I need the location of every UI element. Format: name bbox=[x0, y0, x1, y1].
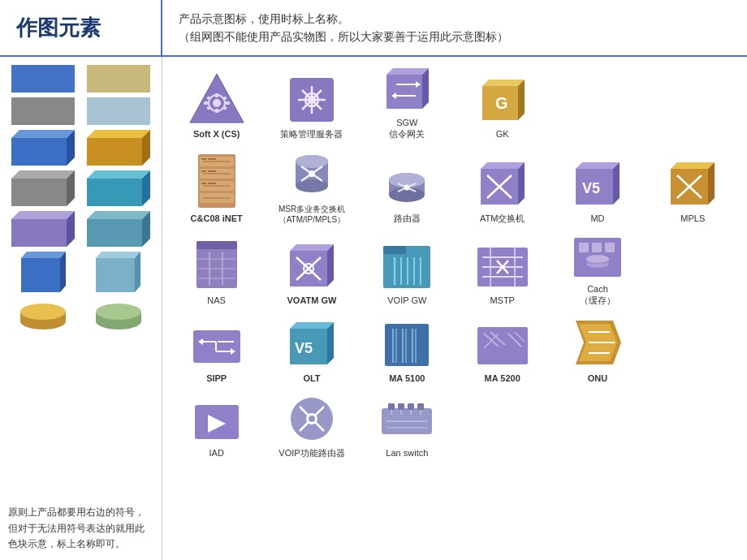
cach-icon bbox=[571, 235, 624, 280]
softx-icon bbox=[188, 72, 245, 125]
svg-marker-102 bbox=[671, 162, 715, 169]
svg-marker-94 bbox=[518, 162, 525, 205]
svg-marker-99 bbox=[613, 162, 620, 205]
empty-3 bbox=[647, 235, 739, 307]
svg-rect-73 bbox=[208, 158, 216, 160]
ma5200-label: MA 5200 bbox=[485, 373, 520, 384]
svg-rect-37 bbox=[215, 93, 218, 97]
svg-rect-181 bbox=[417, 403, 424, 410]
cach-item: Cach（缓存） bbox=[551, 235, 643, 307]
sgw-item: SGW信令网关 bbox=[361, 63, 453, 140]
onu-icon bbox=[571, 316, 624, 369]
ma5200-icon bbox=[474, 321, 531, 369]
svg-rect-179 bbox=[398, 403, 404, 410]
svg-rect-135 bbox=[579, 243, 589, 252]
color-row-6 bbox=[8, 252, 153, 292]
svg-marker-23 bbox=[21, 252, 66, 258]
gray-3d-box bbox=[11, 170, 75, 206]
empty-7 bbox=[647, 394, 739, 459]
cyan-3d-box bbox=[87, 170, 150, 206]
svg-point-81 bbox=[296, 155, 328, 168]
svg-rect-107 bbox=[196, 241, 237, 249]
cach-label: Cach（缓存） bbox=[580, 283, 615, 307]
svg-marker-17 bbox=[11, 211, 75, 219]
voip-gw-label: VOIP GW bbox=[387, 295, 426, 306]
svg-marker-7 bbox=[87, 138, 142, 166]
voip-router-label: VOIP功能路由器 bbox=[279, 447, 344, 459]
msr-icon bbox=[287, 150, 337, 200]
msr-item: MSR多业务交换机（ATM/IP/MPLS） bbox=[266, 150, 357, 225]
svg-rect-39 bbox=[226, 101, 230, 105]
color-row-1 bbox=[8, 65, 153, 93]
iad-item: IAD bbox=[171, 394, 262, 459]
header-description: 产品示意图标，使用时标上名称。 （组网图不能使用产品实物图，所以大家要善于运用此… bbox=[162, 0, 525, 55]
svg-rect-72 bbox=[201, 158, 206, 160]
cc08-label: C&C08 iNET bbox=[191, 213, 243, 224]
cc08-icon bbox=[192, 153, 242, 209]
svg-rect-1 bbox=[87, 65, 150, 93]
sipp-item: SIPP bbox=[171, 316, 262, 384]
lan-switch-item: Lan switch bbox=[361, 394, 453, 459]
svg-rect-120 bbox=[383, 246, 406, 254]
gk-item: G GK bbox=[456, 63, 548, 140]
svg-rect-76 bbox=[201, 183, 206, 184]
lan-switch-icon bbox=[378, 398, 435, 444]
page-title: 作图元素 bbox=[0, 0, 162, 55]
lightblue-flat-box bbox=[87, 97, 150, 125]
blue-flat-box bbox=[11, 65, 75, 93]
svg-marker-13 bbox=[87, 179, 142, 206]
svg-marker-16 bbox=[11, 219, 67, 247]
left-panel-description: 原则上产品都要用右边的符号，但对于无法用符号表达的就用此色块示意，标上名称即可。 bbox=[8, 495, 153, 552]
softx-item: Soft X (CS) bbox=[171, 63, 262, 140]
svg-marker-60 bbox=[482, 80, 525, 86]
voip-router-item: VOIP功能路由器 bbox=[266, 394, 357, 459]
olt-label: OLT bbox=[303, 373, 320, 384]
nas-label: NAS bbox=[207, 295, 226, 306]
icons-grid: Soft X (CS) 策略管理服务器 bbox=[171, 63, 739, 459]
svg-marker-26 bbox=[96, 252, 140, 258]
svg-text:G: G bbox=[495, 94, 508, 112]
gk-icon: G bbox=[477, 75, 528, 125]
left-panel: 原则上产品都要用右边的符号，但对于无法用符号表达的就用此色块示意，标上名称即可。 bbox=[0, 57, 162, 560]
atm-item: ATM交换机 bbox=[456, 150, 548, 225]
svg-rect-38 bbox=[215, 109, 218, 113]
svg-point-36 bbox=[213, 99, 221, 107]
svg-point-33 bbox=[96, 304, 141, 320]
ma5200-item: MA 5200 bbox=[456, 316, 548, 384]
md-icon: V5 bbox=[571, 156, 624, 209]
svg-marker-93 bbox=[481, 162, 525, 169]
onu-label: ONU bbox=[588, 373, 607, 384]
router-label: 路由器 bbox=[394, 213, 421, 224]
header: 作图元素 产品示意图标，使用时标上名称。 （组网图不能使用产品实物图，所以大家要… bbox=[0, 0, 747, 57]
gray-flat-box bbox=[11, 97, 75, 125]
voip-gw-item: VOIP GW bbox=[361, 235, 453, 307]
svg-marker-24 bbox=[60, 252, 66, 292]
svg-marker-149 bbox=[290, 322, 334, 329]
green-3d-box bbox=[87, 211, 150, 247]
router-item: 路由器 bbox=[361, 150, 453, 225]
svg-point-51 bbox=[308, 96, 316, 104]
svg-marker-53 bbox=[386, 68, 429, 75]
iad-icon bbox=[192, 398, 242, 444]
purple-3d-box bbox=[11, 211, 75, 247]
empty-2 bbox=[647, 63, 739, 140]
svg-marker-11 bbox=[11, 170, 75, 179]
policy-server-icon bbox=[287, 75, 337, 125]
desc-line1: 产品示意图标，使用时标上名称。 bbox=[179, 10, 508, 28]
sgw-icon bbox=[382, 63, 432, 114]
mstp-item: MSTP bbox=[456, 235, 548, 307]
svg-point-80 bbox=[296, 179, 328, 192]
color-row-5 bbox=[8, 211, 153, 247]
svg-rect-77 bbox=[208, 183, 216, 184]
ma5100-item: MA 5100 bbox=[361, 316, 453, 384]
svg-marker-54 bbox=[422, 68, 429, 109]
color-row-4 bbox=[8, 170, 153, 206]
svg-marker-103 bbox=[708, 162, 715, 205]
policy-server-item: 策略管理服务器 bbox=[266, 63, 357, 140]
nas-item: NAS bbox=[171, 235, 262, 307]
voatm-label: VOATM GW bbox=[287, 295, 337, 306]
empty-5 bbox=[456, 394, 548, 459]
svg-marker-114 bbox=[290, 244, 334, 251]
onu-item: ONU bbox=[551, 316, 643, 384]
ma5100-label: MA 5100 bbox=[389, 373, 425, 384]
